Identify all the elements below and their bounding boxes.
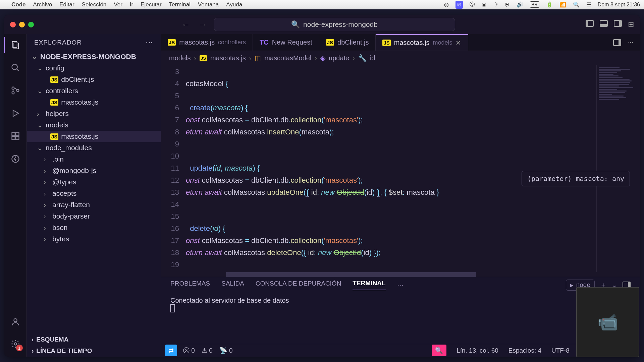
input-lang[interactable]: BR bbox=[530, 1, 539, 8]
file-mascotas-ctrl[interactable]: JSmascotas.js bbox=[27, 97, 161, 108]
source-control-icon[interactable] bbox=[9, 84, 21, 97]
sidebar-more-icon[interactable]: ⋯ bbox=[146, 38, 154, 47]
control-center-icon[interactable]: ☰ bbox=[586, 1, 591, 8]
nm-item[interactable]: ›body-parser bbox=[27, 210, 161, 222]
status-icon[interactable]: ◎ bbox=[444, 1, 449, 8]
shield-icon[interactable]: ⛨ bbox=[504, 2, 510, 8]
maximize-window-button[interactable] bbox=[28, 22, 34, 27]
indentation[interactable]: Espacios: 4 bbox=[508, 347, 541, 354]
explorer-icon[interactable] bbox=[9, 39, 21, 51]
run-debug-icon[interactable] bbox=[9, 107, 21, 119]
customize-layout-icon[interactable]: ⊞ bbox=[628, 20, 634, 29]
remote-indicator[interactable]: ⇄ bbox=[165, 345, 177, 356]
folder-node-modules[interactable]: ⌄node_modules bbox=[27, 142, 161, 154]
panel-tab-output[interactable]: SALIDA bbox=[221, 280, 244, 290]
menu-terminal[interactable]: Terminal bbox=[169, 1, 191, 8]
svg-point-5 bbox=[12, 92, 14, 94]
bc-segment[interactable]: models bbox=[169, 54, 191, 62]
close-window-button[interactable] bbox=[10, 22, 16, 27]
account-icon[interactable] bbox=[9, 316, 21, 328]
tab-new-request[interactable]: TCNew Request bbox=[253, 34, 319, 51]
search-icon[interactable]: 🔍 bbox=[573, 1, 580, 8]
file-mascotas-model[interactable]: JSmascotas.js bbox=[27, 131, 161, 142]
volume-icon[interactable]: 🔊 bbox=[517, 1, 523, 8]
folder-config[interactable]: ⌄config bbox=[27, 62, 161, 74]
bc-segment[interactable]: id bbox=[370, 54, 375, 62]
toggle-sidebar-icon[interactable] bbox=[586, 20, 594, 27]
nm-item[interactable]: ›@types bbox=[27, 176, 161, 188]
menu-view[interactable]: Ver bbox=[114, 1, 122, 8]
nm-item[interactable]: ›bytes bbox=[27, 233, 161, 245]
toggle-secondary-sidebar-icon[interactable] bbox=[614, 20, 622, 27]
menu-selection[interactable]: Selección bbox=[82, 1, 107, 8]
split-editor-icon[interactable] bbox=[613, 39, 621, 46]
more-actions-icon[interactable]: ⋯ bbox=[628, 39, 633, 46]
terminal-icon: ▸ bbox=[570, 281, 574, 289]
editor[interactable]: 34567891011121314151617181920 cotasModel… bbox=[161, 65, 640, 272]
nav-back-button[interactable]: ← bbox=[181, 19, 190, 30]
menu-file[interactable]: Archivo bbox=[33, 1, 52, 8]
thunder-client-icon[interactable] bbox=[9, 153, 21, 165]
project-root[interactable]: ⌄NODE-EXPRESS-MONGODB bbox=[27, 51, 161, 62]
nav-forward-button[interactable]: → bbox=[198, 19, 207, 30]
activity-bar: 1 bbox=[4, 34, 27, 357]
horizontal-scrollbar[interactable] bbox=[186, 272, 640, 277]
vscode-window: ← → 🔍 node-express-mongodb ⊞ 1 bbox=[4, 15, 640, 357]
screen-mirror-icon[interactable]: ⎚ bbox=[455, 1, 463, 9]
menu-go[interactable]: Ir bbox=[130, 1, 133, 8]
tab-mascotas-models[interactable]: JSmascotas.jsmodels✕ bbox=[376, 34, 468, 51]
outline-section[interactable]: ›ESQUEMA bbox=[27, 334, 161, 345]
nm-item[interactable]: ›.bin bbox=[27, 154, 161, 165]
folder-models[interactable]: ⌄models bbox=[27, 119, 161, 131]
nm-item[interactable]: ›accepts bbox=[27, 188, 161, 199]
bc-segment[interactable]: update bbox=[329, 54, 349, 62]
tab-dbclient[interactable]: JSdbClient.js bbox=[319, 34, 376, 51]
encoding[interactable]: UTF-8 bbox=[551, 347, 570, 354]
minimap[interactable] bbox=[596, 65, 640, 272]
panel-tab-problems[interactable]: PROBLEMAS bbox=[170, 280, 210, 290]
status-circle-icon[interactable]: ◉ bbox=[482, 1, 486, 8]
bc-segment[interactable]: mascotasModel bbox=[264, 54, 311, 62]
menu-window[interactable]: Ventana bbox=[198, 1, 219, 8]
bc-segment[interactable]: mascotas.js bbox=[210, 54, 246, 62]
folder-controllers[interactable]: ⌄controllers bbox=[27, 85, 161, 97]
menu-run[interactable]: Ejecutar bbox=[141, 1, 161, 8]
extensions-icon[interactable] bbox=[9, 130, 21, 142]
wifi-icon[interactable]: 📶 bbox=[559, 1, 566, 8]
folder-helpers[interactable]: ›helpers bbox=[27, 108, 161, 119]
nm-item[interactable]: ›@mongodb-js bbox=[27, 165, 161, 176]
status-search-icon[interactable]: 🔍 bbox=[432, 345, 446, 356]
search-activity-icon[interactable] bbox=[9, 62, 21, 74]
class-icon: ◫ bbox=[255, 54, 261, 62]
nm-item[interactable]: ›array-flatten bbox=[27, 199, 161, 210]
code-area[interactable]: cotasModel { create(mascota) {onst colMa… bbox=[186, 65, 596, 272]
file-dbclient[interactable]: JSdbClient.js bbox=[27, 74, 161, 85]
svg-rect-0 bbox=[12, 42, 17, 48]
app-name[interactable]: Code bbox=[11, 1, 26, 8]
close-tab-icon[interactable]: ✕ bbox=[455, 39, 461, 47]
terminal-output[interactable]: Conectado al servidor de base de datos bbox=[161, 293, 640, 344]
command-center[interactable]: 🔍 node-express-mongodb bbox=[214, 18, 455, 31]
ports-count[interactable]: 📡 0 bbox=[219, 347, 233, 354]
timeline-section[interactable]: ›LÍNEA DE TIEMPO bbox=[27, 345, 161, 357]
minimize-window-button[interactable] bbox=[19, 22, 25, 27]
moon-icon[interactable]: ☽ bbox=[493, 1, 498, 8]
js-icon: JS bbox=[50, 99, 58, 106]
tab-mascotas-controllers[interactable]: JSmascotas.jscontrollers bbox=[161, 34, 253, 51]
panel-tab-terminal[interactable]: TERMINAL bbox=[353, 280, 385, 290]
svg-marker-7 bbox=[13, 110, 18, 117]
battery-icon[interactable]: 🔋 bbox=[546, 1, 553, 8]
errors-count[interactable]: ⓧ 0 bbox=[183, 346, 195, 355]
clock[interactable]: Dom 8 sept 21:36 bbox=[598, 2, 640, 8]
toggle-panel-icon[interactable] bbox=[600, 20, 608, 27]
breadcrumb[interactable]: models› JSmascotas.js› ◫mascotasModel› ◈… bbox=[161, 51, 640, 65]
panel-tab-debug-console[interactable]: CONSOLA DE DEPURACIÓN bbox=[256, 280, 341, 290]
warnings-count[interactable]: ⚠ 0 bbox=[202, 347, 213, 354]
menu-help[interactable]: Ayuda bbox=[226, 1, 242, 8]
cursor-position[interactable]: Lín. 13, col. 60 bbox=[457, 347, 498, 354]
status-s-icon[interactable]: Ⓢ bbox=[470, 1, 475, 8]
menu-edit[interactable]: Editar bbox=[59, 1, 74, 8]
nm-item[interactable]: ›bson bbox=[27, 222, 161, 233]
settings-icon[interactable]: 1 bbox=[9, 338, 21, 350]
panel-more-icon[interactable]: ⋯ bbox=[397, 281, 404, 289]
